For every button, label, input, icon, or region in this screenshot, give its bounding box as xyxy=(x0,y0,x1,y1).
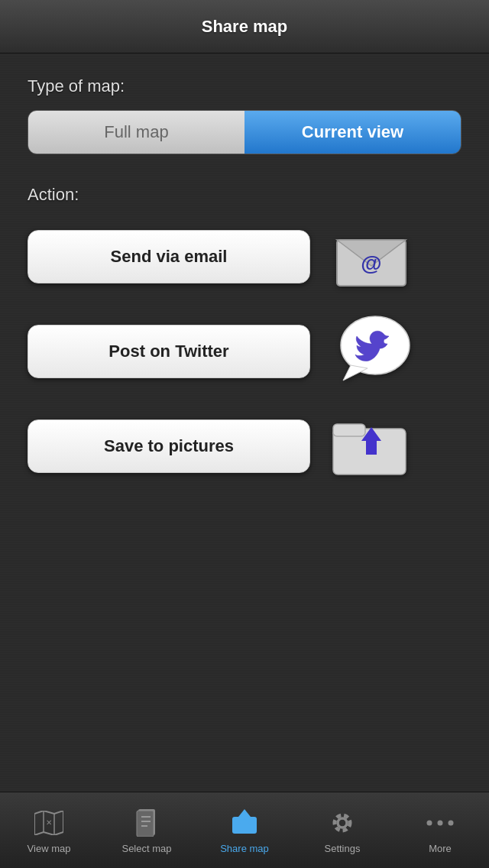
tab-select-map[interactable]: Select map xyxy=(98,806,196,854)
email-icon: @ xyxy=(325,219,417,295)
save-pictures-row: Save to pictures xyxy=(28,408,461,484)
navigation-bar: Share map xyxy=(0,0,489,53)
tab-view-map[interactable]: ✕ View map xyxy=(0,806,98,854)
save-pictures-button[interactable]: Save to pictures xyxy=(28,419,310,473)
svg-text:@: @ xyxy=(361,251,381,275)
main-content: Type of map: Full map Current view Actio… xyxy=(0,53,489,526)
twitter-icon xyxy=(325,313,417,390)
post-twitter-button[interactable]: Post on Twitter xyxy=(28,325,310,378)
svg-point-26 xyxy=(449,821,454,826)
gear-icon xyxy=(325,806,359,840)
tab-bar: ✕ View map Select map Share xyxy=(0,792,489,868)
svg-rect-13 xyxy=(137,811,154,837)
page-title: Share map xyxy=(202,17,288,37)
action-label: Action: xyxy=(28,185,461,205)
svg-text:✕: ✕ xyxy=(46,818,52,827)
svg-marker-18 xyxy=(238,809,251,817)
tab-settings[interactable]: Settings xyxy=(293,806,391,854)
svg-rect-6 xyxy=(333,424,365,436)
folder-icon xyxy=(325,408,417,484)
tab-share-map-label: Share map xyxy=(220,843,269,854)
map-type-label: Type of map: xyxy=(28,76,461,96)
tab-share-map[interactable]: Share map xyxy=(196,806,293,854)
svg-point-23 xyxy=(338,818,347,828)
send-email-row: Send via email @ xyxy=(28,219,461,295)
tab-more-label: More xyxy=(429,843,452,854)
tab-settings-label: Settings xyxy=(325,843,361,854)
full-map-segment[interactable]: Full map xyxy=(28,111,244,154)
send-email-button[interactable]: Send via email xyxy=(28,230,310,283)
post-twitter-row: Post on Twitter xyxy=(28,313,461,390)
book-icon xyxy=(130,806,164,840)
current-view-segment[interactable]: Current view xyxy=(244,111,461,154)
tab-select-map-label: Select map xyxy=(121,843,171,854)
tab-view-map-label: View map xyxy=(28,843,71,854)
share-icon xyxy=(228,806,261,840)
more-icon xyxy=(423,806,457,840)
svg-point-25 xyxy=(438,821,443,826)
svg-point-24 xyxy=(427,821,432,826)
map-icon: ✕ xyxy=(32,806,66,840)
map-type-segmented-control: Full map Current view xyxy=(28,110,461,154)
tab-more[interactable]: More xyxy=(391,806,489,854)
